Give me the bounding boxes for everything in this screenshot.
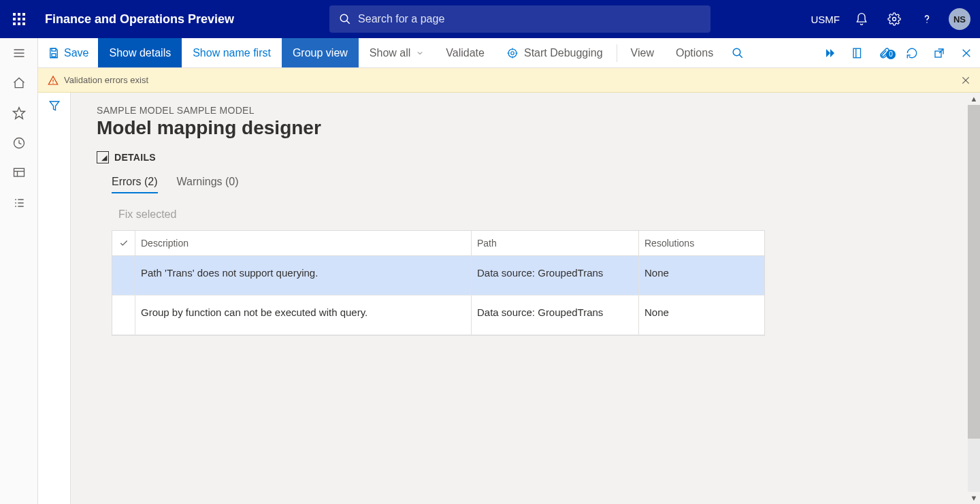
scroll-down-icon[interactable]: ▼ xyxy=(968,492,980,504)
table-row[interactable]: Path 'Trans' does not support querying.D… xyxy=(112,256,764,296)
cell-description: Path 'Trans' does not support querying. xyxy=(135,256,472,295)
popout-icon[interactable] xyxy=(926,47,953,59)
favorite-icon[interactable] xyxy=(0,98,38,128)
action-bar-right: 0 xyxy=(817,38,980,67)
close-icon[interactable] xyxy=(953,48,980,59)
svg-marker-38 xyxy=(830,49,834,57)
details-header[interactable]: ◢ DETAILS xyxy=(97,151,954,163)
filter-column xyxy=(38,93,71,504)
svg-rect-8 xyxy=(22,22,25,25)
warning-icon xyxy=(48,75,59,86)
col-resolutions[interactable]: Resolutions xyxy=(639,231,764,256)
chevron-down-icon xyxy=(416,49,424,57)
svg-line-36 xyxy=(739,54,742,58)
vertical-scrollbar[interactable]: ▲ ▼ xyxy=(968,93,980,504)
view-button[interactable]: View xyxy=(620,38,665,67)
fix-selected-button: Fix selected xyxy=(118,208,954,221)
show-name-first-label: Show name first xyxy=(193,47,271,59)
search-input[interactable] xyxy=(358,13,701,25)
details-label: DETAILS xyxy=(114,152,156,163)
validate-label: Validate xyxy=(446,47,485,59)
tab-warnings[interactable]: Warnings (0) xyxy=(177,176,239,193)
start-debugging-label: Start Debugging xyxy=(524,47,603,59)
table-row[interactable]: Group by function can not be executed wi… xyxy=(112,296,764,335)
message-bar: Validation errors exist xyxy=(38,68,980,93)
show-details-label: Show details xyxy=(109,47,171,59)
details-tabs: Errors (2) Warnings (0) xyxy=(112,176,954,193)
show-all-label: Show all xyxy=(370,47,410,59)
help-icon[interactable] xyxy=(916,8,938,30)
message-close-icon[interactable] xyxy=(961,76,970,85)
svg-rect-28 xyxy=(52,53,56,57)
modules-icon[interactable] xyxy=(0,188,38,218)
search-box[interactable] xyxy=(329,5,710,33)
filter-icon[interactable] xyxy=(48,99,61,504)
find-icon[interactable] xyxy=(724,38,751,67)
scroll-up-icon[interactable]: ▲ xyxy=(968,93,980,105)
refresh-icon[interactable] xyxy=(898,47,926,59)
svg-point-29 xyxy=(511,51,514,54)
show-all-button[interactable]: Show all xyxy=(359,38,435,67)
svg-rect-39 xyxy=(853,48,861,58)
recent-icon[interactable] xyxy=(0,128,38,158)
col-path[interactable]: Path xyxy=(472,231,639,256)
svg-point-35 xyxy=(733,48,740,56)
group-view-button[interactable]: Group view xyxy=(282,38,359,67)
svg-point-30 xyxy=(508,49,517,57)
left-rail xyxy=(0,38,38,504)
svg-rect-0 xyxy=(13,13,16,16)
options-label: Options xyxy=(676,47,713,59)
app-launcher-icon[interactable] xyxy=(0,0,38,38)
show-name-first-button[interactable]: Show name first xyxy=(182,38,282,67)
breadcrumb: SAMPLE MODEL SAMPLE MODEL xyxy=(97,105,954,116)
col-description[interactable]: Description xyxy=(135,231,472,256)
group-view-label: Group view xyxy=(293,47,348,59)
search-icon xyxy=(339,13,351,25)
attachments-icon[interactable]: 0 xyxy=(871,47,898,59)
company-code[interactable]: USMF xyxy=(811,14,840,25)
errors-grid: Description Path Resolutions Path 'Trans… xyxy=(112,230,765,336)
action-bar: Save Show details Show name first Group … xyxy=(38,38,980,68)
home-icon[interactable] xyxy=(0,68,38,98)
attachments-badge: 0 xyxy=(886,50,896,59)
options-button[interactable]: Options xyxy=(665,38,724,67)
message-text: Validation errors exist xyxy=(64,75,148,85)
svg-point-46 xyxy=(52,82,53,83)
save-button[interactable]: Save xyxy=(38,38,98,67)
scroll-thumb[interactable] xyxy=(968,105,980,439)
related-info-icon[interactable] xyxy=(817,47,844,59)
collapse-icon[interactable]: ◢ xyxy=(97,151,109,163)
office-addin-icon[interactable] xyxy=(844,47,871,59)
cell-path: Data source: GroupedTrans xyxy=(472,256,639,295)
svg-rect-18 xyxy=(14,168,24,176)
search-box-wrap xyxy=(329,5,710,33)
select-all-checkbox[interactable] xyxy=(112,231,135,256)
svg-rect-1 xyxy=(18,13,20,16)
workspace-icon[interactable] xyxy=(0,158,38,188)
svg-point-12 xyxy=(926,22,928,23)
cell-path: Data source: GroupedTrans xyxy=(472,296,639,334)
settings-icon[interactable] xyxy=(883,8,905,30)
notifications-icon[interactable] xyxy=(851,8,872,30)
svg-rect-7 xyxy=(18,22,20,25)
svg-rect-27 xyxy=(52,48,56,51)
user-avatar[interactable]: NS xyxy=(949,8,970,30)
cell-resolutions: None xyxy=(639,296,764,334)
tab-errors[interactable]: Errors (2) xyxy=(112,176,158,193)
show-details-button[interactable]: Show details xyxy=(98,38,182,67)
svg-marker-16 xyxy=(13,108,24,119)
cell-description: Group by function can not be executed wi… xyxy=(135,296,472,334)
svg-rect-5 xyxy=(22,18,25,20)
svg-rect-6 xyxy=(13,22,16,25)
svg-line-10 xyxy=(346,20,350,24)
svg-rect-3 xyxy=(13,18,16,20)
cell-resolutions: None xyxy=(639,256,764,295)
start-debugging-button[interactable]: Start Debugging xyxy=(495,38,614,67)
svg-rect-4 xyxy=(18,18,20,20)
save-label: Save xyxy=(64,47,88,59)
svg-point-9 xyxy=(340,14,348,22)
row-checkbox[interactable] xyxy=(112,256,135,295)
hamburger-icon[interactable] xyxy=(0,38,38,68)
row-checkbox[interactable] xyxy=(112,296,135,334)
validate-button[interactable]: Validate xyxy=(435,38,495,67)
